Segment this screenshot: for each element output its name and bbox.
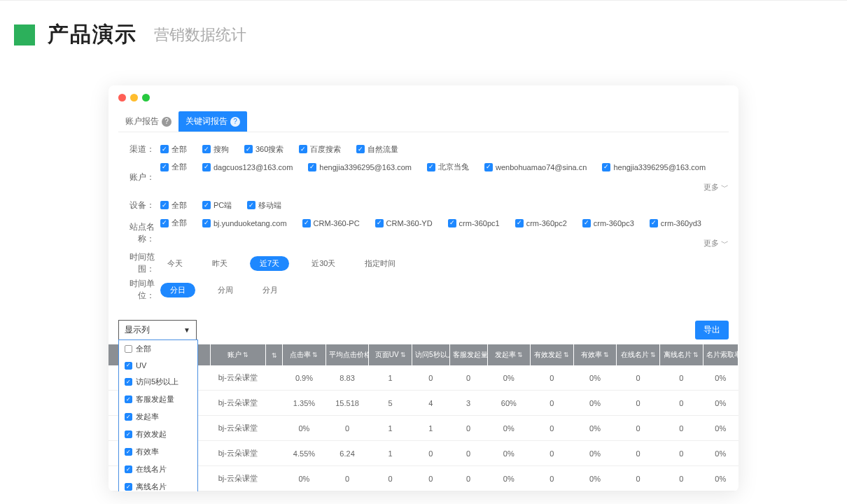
column-option[interactable]: 有效发起 [119, 426, 197, 443]
help-icon[interactable]: ? [162, 117, 172, 127]
checkbox-icon [125, 396, 132, 403]
time-option-active[interactable]: 近7天 [250, 256, 289, 271]
table-cell: 0% [703, 391, 738, 416]
checkbox-icon [125, 465, 132, 473]
table-cell: 0 [412, 466, 449, 491]
table-cell: 0% [487, 441, 531, 466]
maximize-icon[interactable] [142, 94, 150, 102]
filter-option[interactable]: 百度搜索 [299, 144, 341, 155]
filter-option[interactable]: PC端 [202, 200, 232, 211]
column-select-dropdown[interactable]: 显示列 ▼ 全部UV访问5秒以上客服发起量发起率有效发起有效率在线名片离线名片名… [118, 320, 197, 340]
checkbox-icon [515, 219, 524, 227]
help-icon[interactable]: ? [230, 117, 240, 127]
column-option[interactable]: UV [119, 358, 197, 373]
table-header-row: 账户⇅⇅点击率⇅平均点击价格(元)⇅页面UV⇅访问5秒以上⇅客服发起量⇅发起率⇅… [108, 344, 738, 365]
filter-option[interactable]: 移动端 [247, 200, 281, 211]
close-icon[interactable] [118, 94, 126, 102]
table-cell: 0 [659, 466, 703, 491]
time-option[interactable]: 昨天 [205, 256, 234, 271]
table-cell: 0% [283, 416, 326, 441]
filter-option[interactable]: 自然流量 [356, 144, 398, 155]
more-sites-link[interactable]: 更多﹀ [704, 238, 729, 248]
filter-option[interactable]: hengjia3396295@163.com [602, 163, 706, 172]
sort-icon: ⇅ [517, 351, 523, 358]
filter-option[interactable]: 搜狗 [202, 144, 229, 155]
checkbox-icon [125, 362, 132, 370]
window-controls [108, 85, 738, 106]
table-row: 堂bj-云朵课堂0%00000%00%000% [108, 466, 738, 491]
column-option[interactable]: 全部 [119, 340, 197, 358]
table-cell: 0% [487, 466, 531, 491]
checkbox-icon [125, 430, 132, 438]
time-unit-active[interactable]: 分日 [160, 283, 195, 298]
filter-option[interactable]: wenbohuamao74@sina.cn [484, 163, 587, 172]
chevron-down-icon: ﹀ [721, 238, 729, 248]
table-cell: 1 [369, 416, 412, 441]
filter-items-time-range: 今天 昨天 近7天 近30天 指定时间 [160, 256, 729, 271]
table-cell: 0% [703, 466, 738, 491]
table-header-cell[interactable]: 名片索取率⇅ [703, 344, 738, 365]
table-cell: 0% [573, 416, 617, 441]
column-option[interactable]: 发起率 [119, 408, 197, 426]
time-option[interactable]: 近30天 [304, 256, 342, 271]
table-cell: 0 [449, 441, 487, 466]
filter-items-site: 全部 bj.yunduoketang.com CRM-360-PC CRM-36… [160, 218, 729, 248]
filter-label: 时间单位： [118, 278, 160, 302]
filter-option[interactable]: 全部 [160, 218, 187, 228]
filter-option[interactable]: 北京当兔 [427, 162, 469, 172]
column-option[interactable]: 访问5秒以上 [119, 373, 197, 391]
sort-icon: ⇅ [564, 351, 569, 358]
column-option[interactable]: 在线名片 [119, 461, 197, 478]
column-option[interactable]: 有效率 [119, 443, 197, 461]
table-header-cell[interactable]: 平均点击价格(元)⇅ [326, 344, 369, 365]
filter-option[interactable]: crm-360yd3 [650, 219, 701, 227]
filter-option[interactable]: 360搜索 [244, 144, 284, 155]
table-cell: 0% [487, 416, 531, 441]
table-cell: 0% [703, 365, 738, 391]
filter-option[interactable]: dagcuos123@163.com [202, 163, 293, 172]
table-header-cell[interactable]: 发起率⇅ [487, 344, 531, 365]
time-option[interactable]: 今天 [160, 256, 190, 271]
column-option-label: 有效率 [136, 447, 159, 457]
filter-option[interactable]: CRM-360-YD [375, 219, 433, 227]
filter-option[interactable]: crm-360pc2 [515, 219, 567, 227]
filter-option[interactable]: 全部 [160, 200, 187, 211]
filter-option[interactable]: 全部 [160, 144, 187, 155]
filter-option[interactable]: crm-360pc3 [582, 219, 634, 227]
table-header-cell[interactable]: 账户⇅ [211, 344, 265, 365]
table-header-cell[interactable]: ⇅ [265, 344, 283, 365]
filter-option[interactable]: bj.yunduoketang.com [202, 219, 287, 227]
filter-option[interactable]: crm-360pc1 [448, 219, 500, 227]
time-unit-option[interactable]: 分周 [211, 283, 240, 298]
checkbox-icon [427, 163, 435, 172]
table-header-cell[interactable]: 在线名片⇅ [617, 344, 660, 365]
more-accounts-link[interactable]: 更多﹀ [704, 182, 729, 192]
minimize-icon[interactable] [130, 94, 138, 102]
filter-option[interactable]: 全部 [160, 162, 187, 172]
table-cell: 0 [531, 391, 574, 416]
table-cell: 0 [617, 391, 660, 416]
filter-option[interactable]: CRM-360-PC [302, 219, 360, 227]
export-button[interactable]: 导出 [695, 321, 729, 340]
table-header-cell[interactable]: 有效率⇅ [573, 344, 617, 365]
filter-option[interactable]: hengjia3396295@163.com [308, 163, 412, 172]
table-header-cell[interactable]: 有效发起⇅ [531, 344, 574, 365]
table-header-cell[interactable]: 页面UV⇅ [369, 344, 412, 365]
checkbox-icon [202, 163, 211, 172]
time-unit-option[interactable]: 分月 [255, 283, 285, 298]
table-header-cell[interactable]: 客服发起量⇅ [449, 344, 487, 365]
table-header-cell[interactable]: 点击率⇅ [283, 344, 326, 365]
table-cell: 15.518 [326, 391, 369, 416]
tab-account-report[interactable]: 账户报告 ? [118, 111, 178, 132]
column-option[interactable]: 客服发起量 [119, 391, 197, 408]
table-cell: 3 [449, 391, 487, 416]
checkbox-icon [125, 413, 132, 421]
column-option[interactable]: 离线名片 [119, 478, 197, 491]
table-cell: 0% [487, 365, 531, 391]
table-header-cell[interactable]: 访问5秒以上⇅ [412, 344, 449, 365]
table-header-cell[interactable]: 离线名片⇅ [659, 344, 703, 365]
column-option-label: 发起率 [136, 412, 159, 422]
tab-keyword-report[interactable]: 关键词报告 ? [178, 111, 247, 132]
sort-icon: ⇅ [243, 351, 248, 358]
time-option[interactable]: 指定时间 [358, 256, 402, 271]
